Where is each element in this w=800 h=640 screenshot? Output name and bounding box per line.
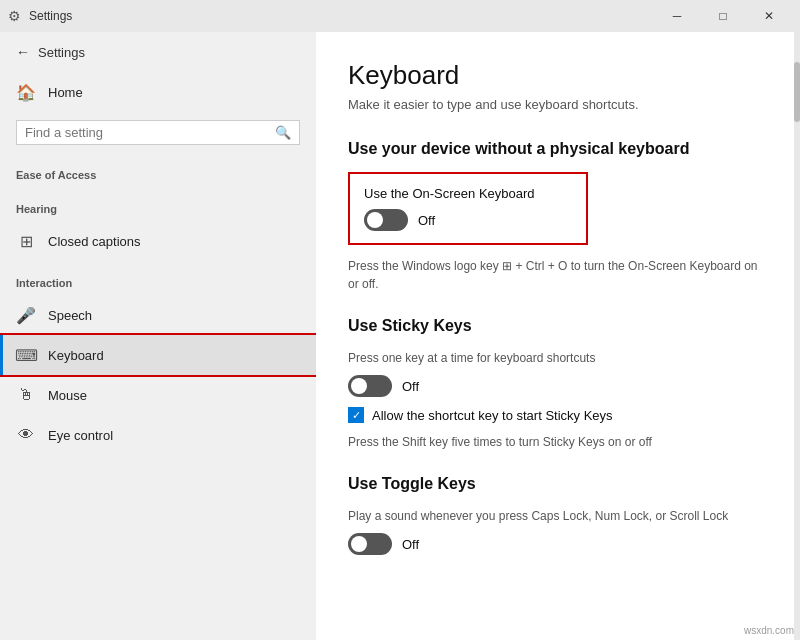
- sidebar-back-button[interactable]: ← Settings: [0, 32, 316, 72]
- checkbox-checkmark: ✓: [352, 409, 361, 422]
- sidebar: ← Settings 🏠 Home 🔍 Ease of Access Heari…: [0, 32, 316, 640]
- toggle-desc: Play a sound whenever you press Caps Loc…: [348, 507, 762, 525]
- ease-of-access-heading: Ease of Access: [0, 153, 316, 187]
- sidebar-item-mouse[interactable]: 🖱 Mouse: [0, 375, 316, 415]
- sidebar-item-keyboard[interactable]: ⌨ Keyboard: [0, 335, 316, 375]
- titlebar-title: Settings: [29, 9, 654, 23]
- watermark: wsxdn.com: [744, 625, 794, 636]
- speech-icon: 🎤: [16, 305, 36, 325]
- search-icon: 🔍: [275, 125, 291, 140]
- scrollbar-track[interactable]: [794, 32, 800, 640]
- search-input[interactable]: [25, 125, 269, 140]
- toggle-keys-toggle-thumb: [351, 536, 367, 552]
- sticky-checkbox-label: Allow the shortcut key to start Sticky K…: [372, 408, 613, 423]
- home-label: Home: [48, 85, 83, 100]
- home-icon: 🏠: [16, 82, 36, 102]
- sidebar-item-speech[interactable]: 🎤 Speech: [0, 295, 316, 335]
- closed-captions-label: Closed captions: [48, 234, 141, 249]
- sticky-toggle[interactable]: [348, 375, 392, 397]
- sticky-section-heading: Use Sticky Keys: [348, 317, 762, 335]
- osk-hint: Press the Windows logo key ⊞ + Ctrl + O …: [348, 257, 762, 293]
- sticky-hint: Press the Shift key five times to turn S…: [348, 433, 762, 451]
- close-button[interactable]: ✕: [746, 0, 792, 32]
- content-area: Keyboard Make it easier to type and use …: [316, 32, 794, 640]
- toggle-state-label: Off: [402, 537, 419, 552]
- sticky-toggle-thumb: [351, 378, 367, 394]
- osk-toggle-row: Off: [364, 209, 572, 231]
- interaction-heading: Interaction: [0, 261, 316, 295]
- sidebar-item-eye-control[interactable]: 👁 Eye control: [0, 415, 316, 455]
- scrollbar-thumb[interactable]: [794, 62, 800, 122]
- sidebar-item-closed-captions[interactable]: ⊞ Closed captions: [0, 221, 316, 261]
- search-box[interactable]: 🔍: [16, 120, 300, 145]
- eye-control-icon: 👁: [16, 425, 36, 445]
- page-subtitle: Make it easier to type and use keyboard …: [348, 97, 762, 112]
- osk-toggle-thumb: [367, 212, 383, 228]
- toggle-keys-toggle-row: Off: [348, 533, 762, 555]
- maximize-button[interactable]: □: [700, 0, 746, 32]
- sidebar-back-label: Settings: [38, 45, 85, 60]
- sticky-checkbox-row[interactable]: ✓ Allow the shortcut key to start Sticky…: [348, 407, 762, 423]
- osk-box: Use the On-Screen Keyboard Off: [348, 172, 588, 245]
- toggle-keys-toggle[interactable]: [348, 533, 392, 555]
- minimize-button[interactable]: ─: [654, 0, 700, 32]
- page-title: Keyboard: [348, 60, 762, 91]
- osk-toggle[interactable]: [364, 209, 408, 231]
- sticky-checkbox[interactable]: ✓: [348, 407, 364, 423]
- mouse-label: Mouse: [48, 388, 87, 403]
- sidebar-item-home[interactable]: 🏠 Home: [0, 72, 316, 112]
- titlebar: ⚙ Settings ─ □ ✕: [0, 0, 800, 32]
- back-arrow-icon: ←: [16, 44, 30, 60]
- osk-label: Use the On-Screen Keyboard: [364, 186, 572, 201]
- window-controls: ─ □ ✕: [654, 0, 792, 32]
- keyboard-label: Keyboard: [48, 348, 104, 363]
- hearing-heading: Hearing: [0, 187, 316, 221]
- osk-state-label: Off: [418, 213, 435, 228]
- sticky-desc: Press one key at a time for keyboard sho…: [348, 349, 762, 367]
- sticky-state-label: Off: [402, 379, 419, 394]
- sticky-toggle-row: Off: [348, 375, 762, 397]
- toggle-section-heading: Use Toggle Keys: [348, 475, 762, 493]
- eye-control-label: Eye control: [48, 428, 113, 443]
- closed-captions-icon: ⊞: [16, 231, 36, 251]
- sticky-keys-section: Use Sticky Keys Press one key at a time …: [348, 317, 762, 451]
- keyboard-icon: ⌨: [16, 345, 36, 365]
- speech-label: Speech: [48, 308, 92, 323]
- toggle-keys-section: Use Toggle Keys Play a sound whenever yo…: [348, 475, 762, 555]
- mouse-icon: 🖱: [16, 385, 36, 405]
- main-layout: ← Settings 🏠 Home 🔍 Ease of Access Heari…: [0, 32, 800, 640]
- osk-section-heading: Use your device without a physical keybo…: [348, 140, 762, 158]
- settings-icon: ⚙: [8, 8, 21, 24]
